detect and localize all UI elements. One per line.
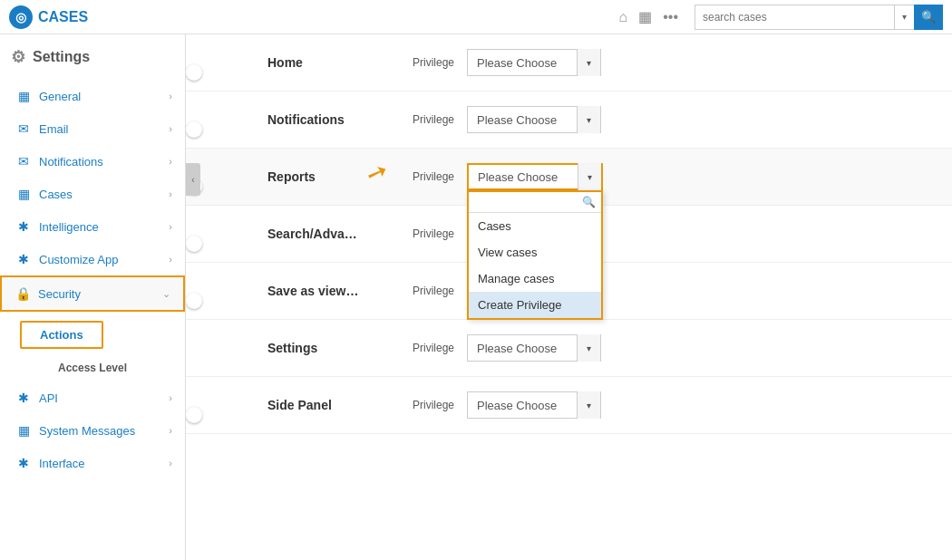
dropdown-arrow-icon: ▾ [588, 172, 592, 182]
chevron-right-icon: › [169, 221, 172, 232]
chevron-right-icon: › [169, 425, 172, 436]
reports-privilege-label: Privilege [413, 170, 458, 183]
settings-setting-row: Settings Privilege Please Choose ▾ [186, 320, 952, 377]
more-icon[interactable]: ••• [663, 9, 678, 25]
interface-icon: ✱ [15, 456, 32, 470]
main-layout: ⚙ Settings ▦ General › ✉ Email › ✉ Notif… [0, 34, 952, 560]
sidebar-item-label: Interface [39, 457, 161, 470]
content-area: Home Privilege Please Choose ▾ Notificat [186, 34, 952, 560]
api-icon: ✱ [15, 391, 32, 405]
sidebar-item-intelligence[interactable]: ✱ Intelligence › [0, 210, 185, 243]
settings-select-arrow[interactable]: ▾ [577, 334, 600, 362]
notifications-select-arrow[interactable]: ▾ [577, 106, 600, 133]
app-logo[interactable]: ◎ CASES [9, 5, 88, 29]
sidebar-item-interface[interactable]: ✱ Interface › [0, 447, 185, 479]
intelligence-icon: ✱ [15, 219, 32, 234]
arrow-annotation: ➚ [363, 155, 393, 190]
sidebar-item-notifications[interactable]: ✉ Notifications › [0, 145, 185, 178]
email-icon: ✉ [15, 121, 32, 136]
chevron-down-icon: ⌄ [162, 288, 170, 300]
search-input[interactable] [695, 5, 894, 30]
dropdown-search-icon: 🔍 [582, 196, 596, 208]
settings-title: Settings [33, 49, 90, 65]
dropdown-item-cases[interactable]: Cases [469, 213, 601, 239]
search-title: Search/Adva… [267, 227, 394, 241]
notifications-privilege-wrap: Privilege Please Choose ▾ [413, 106, 601, 133]
sidebar-item-api[interactable]: ✱ API › [0, 381, 185, 414]
sidebar-item-security[interactable]: 🔒 Security ⌄ [0, 275, 185, 312]
side-panel-select[interactable]: Please Choose ▾ [467, 391, 601, 419]
sidebar-item-label: Security [38, 287, 155, 301]
chevron-right-icon: › [169, 458, 172, 468]
settings-title: Settings [267, 341, 394, 355]
actions-button[interactable]: Actions [20, 321, 103, 349]
home-select-arrow[interactable]: ▾ [577, 49, 600, 76]
collapse-handle[interactable]: ‹ [186, 163, 200, 196]
dropdown-item-create-privilege[interactable]: Create Privilege [469, 292, 601, 318]
dropdown-search-bar: 🔍 [469, 192, 601, 213]
dropdown-arrow-icon: ▾ [587, 401, 591, 410]
sidebar-item-general[interactable]: ▦ General › [0, 80, 185, 112]
topbar-icons: ⌂ ▦ ••• [619, 8, 678, 25]
side-panel-select-value: Please Choose [468, 399, 577, 412]
customize-icon: ✱ [15, 252, 32, 266]
app-title: CASES [38, 9, 88, 25]
dropdown-item-view-cases[interactable]: View cases [469, 239, 601, 266]
sidebar-item-label: System Messages [39, 424, 161, 438]
dropdown-item-manage-cases[interactable]: Manage cases [469, 266, 601, 292]
settings-header: ⚙ Settings [0, 34, 185, 80]
dropdown-arrow-icon: ▾ [587, 343, 591, 353]
side-panel-setting-row: Side Panel Privilege Please Choose ▾ [186, 377, 952, 434]
reports-select-arrow[interactable]: ▾ [578, 163, 601, 190]
logo-icon: ◎ [9, 5, 33, 29]
home-select[interactable]: Please Choose ▾ [467, 49, 601, 76]
security-icon: 🔒 [15, 286, 31, 301]
sidebar-item-label: General [39, 90, 161, 103]
sidebar: ⚙ Settings ▦ General › ✉ Email › ✉ Notif… [0, 34, 186, 560]
save-view-privilege-label: Privilege [413, 285, 458, 297]
chart-icon[interactable]: ▦ [638, 8, 652, 25]
side-panel-privilege-label: Privilege [413, 399, 458, 411]
notifications-setting-row: Notifications Privilege Please Choose ▾ [186, 92, 952, 149]
reports-select-value: Please Choose [469, 170, 578, 184]
search-dropdown-btn[interactable]: ▾ [894, 5, 914, 30]
sidebar-item-label: Customize App [39, 253, 161, 266]
sidebar-item-email[interactable]: ✉ Email › [0, 112, 185, 145]
side-panel-privilege-wrap: Privilege Please Choose ▾ [413, 391, 601, 419]
cases-icon: ▦ [15, 187, 32, 201]
sidebar-item-label: Intelligence [39, 220, 161, 234]
chevron-right-icon: › [169, 254, 172, 265]
chevron-right-icon: › [169, 156, 172, 167]
reports-select[interactable]: Please Choose ▾ [467, 163, 603, 190]
save-view-title: Save as view… [267, 284, 394, 298]
sidebar-item-label: Email [39, 122, 161, 136]
side-panel-title: Side Panel [267, 398, 394, 412]
system-messages-icon: ▦ [15, 423, 32, 438]
search-button[interactable]: 🔍 [914, 5, 943, 30]
home-icon[interactable]: ⌂ [619, 9, 628, 25]
topbar: ◎ CASES ⌂ ▦ ••• ▾ 🔍 [0, 0, 952, 34]
dropdown-arrow-icon: ▾ [587, 115, 591, 125]
dropdown-search-input[interactable] [474, 196, 582, 208]
sidebar-item-customize-app[interactable]: ✱ Customize App › [0, 243, 185, 275]
home-title: Home [267, 55, 394, 70]
chevron-right-icon: › [169, 188, 172, 199]
home-privilege-label: Privilege [413, 56, 458, 69]
sidebar-item-label: API [39, 391, 161, 405]
chevron-right-icon: › [169, 392, 172, 403]
sidebar-item-system-messages[interactable]: ▦ System Messages › [0, 414, 185, 447]
side-panel-select-arrow[interactable]: ▾ [577, 391, 600, 419]
gear-icon: ⚙ [11, 47, 25, 67]
chevron-right-icon: › [169, 91, 172, 101]
home-setting-row: Home Privilege Please Choose ▾ [186, 34, 952, 92]
general-icon: ▦ [15, 89, 32, 103]
search-icon: 🔍 [921, 10, 936, 24]
notifications-privilege-label: Privilege [413, 113, 458, 126]
settings-select[interactable]: Please Choose ▾ [467, 334, 601, 362]
reports-dropdown-container: Please Choose ▾ 🔍 Cases View cases Manag… [467, 163, 603, 190]
notifications-icon: ✉ [15, 154, 32, 169]
sidebar-item-cases[interactable]: ▦ Cases › [0, 178, 185, 210]
notifications-select[interactable]: Please Choose ▾ [467, 106, 601, 133]
reports-dropdown-menu: 🔍 Cases View cases Manage cases Create P… [467, 190, 603, 320]
search-container: ▾ 🔍 [695, 5, 943, 30]
